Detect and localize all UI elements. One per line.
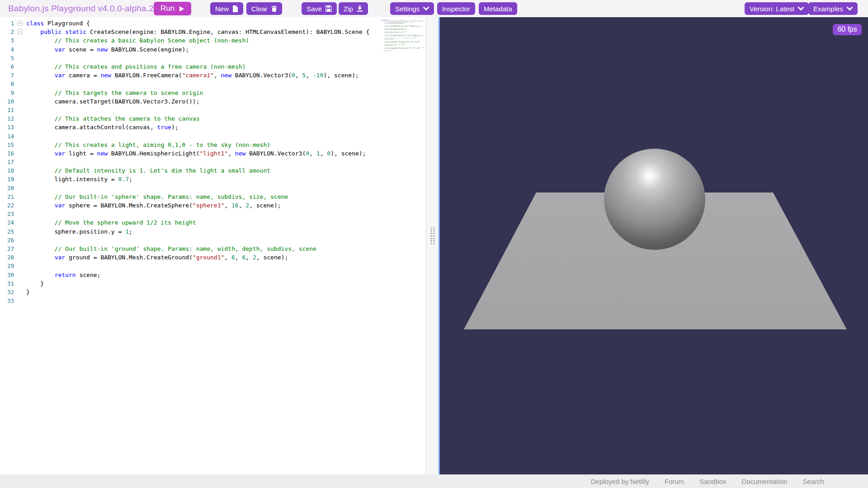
toolbar: Babylon.js Playground v4.0.0-alpha.2 Run… bbox=[0, 0, 868, 17]
line-number: 21 bbox=[0, 193, 14, 200]
inspector-button-label: Inspector bbox=[442, 5, 470, 13]
play-icon bbox=[179, 6, 184, 12]
footer-link[interactable]: Search bbox=[802, 478, 824, 485]
footer-link[interactable]: Sandbox bbox=[699, 478, 726, 485]
code-line: 6 // This creates and positions a free c… bbox=[0, 62, 426, 71]
fold-toggle-icon[interactable]: − bbox=[18, 21, 23, 26]
line-number: 22 bbox=[0, 202, 14, 209]
line-number: 2 bbox=[0, 28, 14, 35]
line-number: 20 bbox=[0, 185, 14, 192]
code-line: 16 var light = new BABYLON.HemisphericLi… bbox=[0, 149, 426, 158]
code-line: 23 bbox=[0, 210, 426, 218]
code-line: 29 bbox=[0, 262, 426, 270]
code-line: 4 var scene = new BABYLON.Scene(engine); bbox=[0, 45, 426, 54]
metadata-button-label: Metadata bbox=[484, 5, 512, 13]
line-number: 7 bbox=[0, 72, 14, 79]
fps-badge: 60 fps bbox=[833, 24, 862, 35]
fold-toggle-icon[interactable]: − bbox=[18, 29, 23, 34]
save-button-label: Save bbox=[307, 5, 322, 13]
code-line: 28 var ground = BABYLON.Mesh.CreateGroun… bbox=[0, 253, 426, 262]
line-number: 28 bbox=[0, 254, 14, 261]
code-line: 11 bbox=[0, 106, 426, 114]
splitter-handle[interactable] bbox=[426, 17, 439, 474]
code-line: 20 bbox=[0, 184, 426, 192]
scene-3d bbox=[440, 17, 868, 474]
code-line: 21 // Our built-in 'sphere' shape. Param… bbox=[0, 192, 426, 201]
clear-button[interactable]: Clear bbox=[246, 2, 282, 15]
code-line: 19 light.intensity = 0.7; bbox=[0, 175, 426, 183]
code-lines: 1−class Playground {2− public static Cre… bbox=[0, 17, 426, 305]
line-number: 23 bbox=[0, 211, 14, 217]
code-line: 1−class Playground { bbox=[0, 19, 426, 28]
app-title: Babylon.js Playground v4.0.0-alpha.2 bbox=[8, 4, 154, 14]
footer-link[interactable]: Forum bbox=[665, 478, 684, 485]
save-icon bbox=[326, 5, 332, 12]
chevron-down-icon bbox=[847, 7, 853, 11]
line-number: 25 bbox=[0, 228, 14, 235]
inspector-button[interactable]: Inspector bbox=[437, 2, 475, 15]
code-line: 14 bbox=[0, 131, 426, 140]
line-number: 10 bbox=[0, 98, 14, 105]
save-button[interactable]: Save bbox=[302, 2, 337, 15]
settings-button[interactable]: Settings bbox=[390, 2, 434, 15]
code-line: 13 camera.attachControl(canvas, true); bbox=[0, 123, 426, 131]
trash-icon bbox=[271, 5, 277, 12]
line-number: 5 bbox=[0, 55, 14, 61]
line-number: 16 bbox=[0, 150, 14, 157]
minimap[interactable]: class Playground { public static CreateS… bbox=[380, 19, 425, 83]
chevron-down-icon bbox=[798, 7, 804, 11]
babylon-playground: Babylon.js Playground v4.0.0-alpha.2 Run… bbox=[0, 0, 868, 488]
code-line: 24 // Move the sphere upward 1/2 its hei… bbox=[0, 218, 426, 227]
line-number: 17 bbox=[0, 159, 14, 165]
line-number: 19 bbox=[0, 176, 14, 183]
code-line: 2− public static CreateScene(engine: BAB… bbox=[0, 28, 426, 36]
new-button[interactable]: New bbox=[210, 2, 243, 15]
footer-links: Deployed by NetlifyForumSandboxDocumenta… bbox=[591, 478, 824, 485]
download-icon bbox=[357, 5, 363, 12]
examples-dropdown[interactable]: Examples bbox=[808, 2, 858, 15]
line-number: 33 bbox=[0, 297, 14, 304]
examples-dropdown-label: Examples bbox=[813, 5, 843, 13]
footer-link[interactable]: Documentation bbox=[742, 478, 788, 485]
line-number: 27 bbox=[0, 245, 14, 252]
code-line: 5 bbox=[0, 54, 426, 62]
line-number: 24 bbox=[0, 219, 14, 226]
metadata-button[interactable]: Metadata bbox=[479, 2, 517, 15]
code-line: 25 sphere.position.y = 1; bbox=[0, 227, 426, 236]
line-number: 32 bbox=[0, 289, 14, 296]
code-line: 3 // This creates a basic Babylon Scene … bbox=[0, 36, 426, 45]
code-line: 22 var sphere = BABYLON.Mesh.CreateSpher… bbox=[0, 201, 426, 210]
footer-bar: Deployed by NetlifyForumSandboxDocumenta… bbox=[0, 474, 868, 488]
code-line: 7 var camera = new BABYLON.FreeCamera("c… bbox=[0, 71, 426, 80]
settings-button-label: Settings bbox=[395, 5, 420, 13]
code-line: 26 bbox=[0, 236, 426, 244]
line-number: 26 bbox=[0, 237, 14, 244]
code-line: 27 // Our built-in 'ground' shape. Param… bbox=[0, 244, 426, 253]
run-button[interactable]: Run bbox=[154, 2, 191, 15]
new-button-label: New bbox=[215, 5, 229, 13]
zip-button-label: Zip bbox=[344, 5, 353, 13]
line-number: 8 bbox=[0, 80, 14, 87]
line-number: 3 bbox=[0, 37, 14, 44]
code-line: 8 bbox=[0, 80, 426, 88]
line-number: 15 bbox=[0, 141, 14, 148]
code-line: 10 camera.setTarget(BABYLON.Vector3.Zero… bbox=[0, 97, 426, 106]
version-dropdown-label: Version: Latest bbox=[750, 5, 794, 13]
line-number: 30 bbox=[0, 272, 14, 278]
code-line: 17 bbox=[0, 158, 426, 166]
line-number: 18 bbox=[0, 167, 14, 174]
code-line: 15 // This creates a light, aiming 0,1,0… bbox=[0, 141, 426, 149]
code-line: 18 // Default intensity is 1. Let's dim … bbox=[0, 166, 426, 175]
code-line: 30 return scene; bbox=[0, 270, 426, 279]
footer-link[interactable]: Deployed by Netlify bbox=[591, 478, 649, 485]
render-canvas[interactable]: 60 fps bbox=[440, 17, 868, 474]
zip-button[interactable]: Zip bbox=[339, 2, 368, 15]
line-number: 12 bbox=[0, 115, 14, 122]
version-dropdown[interactable]: Version: Latest bbox=[745, 2, 809, 15]
line-number: 31 bbox=[0, 280, 14, 287]
run-button-label: Run bbox=[160, 4, 175, 13]
line-number: 1 bbox=[0, 20, 14, 27]
code-editor[interactable]: 1−class Playground {2− public static Cre… bbox=[0, 17, 426, 474]
new-file-icon bbox=[232, 5, 238, 12]
line-number: 9 bbox=[0, 89, 14, 96]
